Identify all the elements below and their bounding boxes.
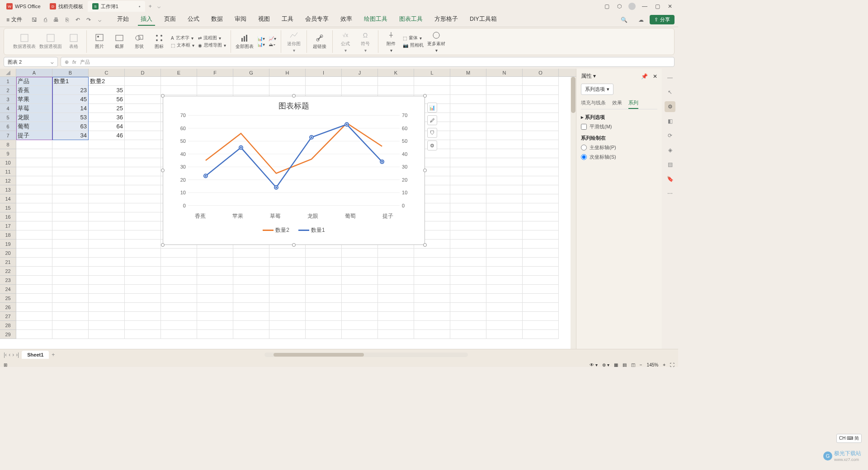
picture-button[interactable]: 图片	[91, 33, 108, 50]
shapes-button[interactable]: 形状	[131, 33, 147, 50]
cell[interactable]: 56	[89, 95, 125, 104]
cell[interactable]	[16, 303, 52, 312]
cell[interactable]	[306, 285, 342, 294]
series-options-dropdown[interactable]: 系列选项 ▾	[581, 84, 613, 95]
sparkline-button[interactable]: 迷你图▾	[286, 31, 302, 53]
cell[interactable]	[233, 303, 269, 312]
column-header[interactable]: G	[233, 69, 269, 76]
chart-elements-button[interactable]: 📊	[427, 103, 437, 113]
cell[interactable]	[52, 312, 89, 321]
menu-tab-DIY工具箱[interactable]: DIY工具箱	[467, 14, 500, 26]
cell[interactable]	[16, 176, 52, 185]
column-header[interactable]: I	[306, 69, 342, 76]
column-header[interactable]: O	[523, 69, 559, 76]
cell[interactable]	[125, 77, 161, 86]
cell[interactable]	[523, 86, 559, 95]
cell[interactable]	[523, 95, 559, 104]
cell[interactable]	[486, 77, 523, 86]
cell[interactable]	[523, 203, 559, 212]
cell[interactable]	[52, 203, 89, 212]
cell[interactable]	[378, 321, 414, 330]
cell[interactable]	[486, 122, 523, 131]
cell[interactable]	[125, 258, 161, 267]
cell[interactable]	[197, 321, 233, 330]
cell[interactable]	[450, 104, 486, 113]
row-header[interactable]: 16	[0, 212, 16, 221]
cell[interactable]: 25	[89, 104, 125, 113]
cell[interactable]	[450, 321, 486, 330]
cell[interactable]	[197, 294, 233, 303]
cell[interactable]	[378, 77, 414, 86]
cell[interactable]	[89, 285, 125, 294]
cell[interactable]	[414, 77, 450, 86]
column-header[interactable]: C	[89, 69, 125, 76]
sheet-last-icon[interactable]: ›|	[16, 352, 19, 358]
row-header[interactable]: 1	[0, 77, 16, 86]
cell[interactable]	[486, 149, 523, 158]
menu-tab-方形格子[interactable]: 方形格子	[432, 14, 461, 26]
cell[interactable]	[16, 194, 52, 203]
menu-tab-公式[interactable]: 公式	[185, 14, 202, 26]
horizontal-scrollbar[interactable]	[264, 352, 468, 357]
cell[interactable]	[52, 167, 89, 176]
cell[interactable]	[16, 276, 52, 285]
cell[interactable]: 提子	[16, 131, 52, 140]
cell[interactable]: 草莓	[16, 104, 52, 113]
equation-button[interactable]: √x公式▾	[337, 31, 354, 53]
row-header[interactable]: 17	[0, 221, 16, 230]
cell[interactable]	[523, 113, 559, 122]
cell[interactable]	[342, 312, 378, 321]
cell[interactable]	[523, 176, 559, 185]
cell[interactable]: 14	[52, 104, 89, 113]
sync-icon[interactable]: ⟳	[665, 130, 675, 141]
collapse-icon[interactable]: —	[665, 72, 675, 83]
close-button[interactable]: ✕	[665, 2, 675, 11]
cell[interactable]	[233, 258, 269, 267]
chart-filter-button[interactable]: ⛉	[427, 128, 437, 138]
cell[interactable]	[161, 321, 197, 330]
cell[interactable]	[450, 77, 486, 86]
cell[interactable]	[52, 294, 89, 303]
cell[interactable]	[16, 267, 52, 276]
close-panel-icon[interactable]: ✕	[653, 73, 657, 80]
cell[interactable]	[450, 185, 486, 194]
cell[interactable]	[450, 86, 486, 95]
cell[interactable]	[342, 258, 378, 267]
search-icon[interactable]: 🔍	[620, 16, 628, 24]
cell[interactable]	[486, 104, 523, 113]
cell[interactable]	[523, 131, 559, 140]
cell[interactable]	[52, 303, 89, 312]
cell[interactable]	[342, 330, 378, 339]
row-header[interactable]: 19	[0, 240, 16, 249]
cell[interactable]	[306, 249, 342, 258]
zoom-level[interactable]: 145%	[647, 362, 659, 367]
pivot-table-button[interactable]: 数据透视表	[13, 33, 36, 50]
cell[interactable]	[306, 312, 342, 321]
chart-title[interactable]: 图表标题	[163, 96, 425, 113]
cell[interactable]	[269, 294, 306, 303]
undo-icon[interactable]: ↶	[74, 16, 82, 24]
cell[interactable]: 产品	[16, 77, 52, 86]
row-header[interactable]: 28	[0, 321, 16, 330]
cell[interactable]	[89, 303, 125, 312]
vertical-scrollbar[interactable]	[571, 77, 576, 349]
cell[interactable]	[16, 258, 52, 267]
cell[interactable]	[486, 131, 523, 140]
cell[interactable]	[125, 167, 161, 176]
cell[interactable]	[306, 303, 342, 312]
cell[interactable]	[269, 330, 306, 339]
cell[interactable]	[486, 221, 523, 230]
prop-tab[interactable]: 填充与线条	[581, 99, 606, 106]
row-header[interactable]: 5	[0, 113, 16, 122]
cell[interactable]	[450, 230, 486, 240]
textbox-button[interactable]: ⬚ 文本框 ▾	[171, 42, 194, 48]
cell[interactable]: 葡萄	[16, 122, 52, 131]
cell[interactable]	[523, 77, 559, 86]
cell[interactable]	[523, 285, 559, 294]
cell[interactable]	[269, 285, 306, 294]
row-header[interactable]: 23	[0, 276, 16, 285]
cell[interactable]	[125, 285, 161, 294]
cell[interactable]	[197, 303, 233, 312]
cell[interactable]: 36	[89, 113, 125, 122]
cell[interactable]	[16, 149, 52, 158]
